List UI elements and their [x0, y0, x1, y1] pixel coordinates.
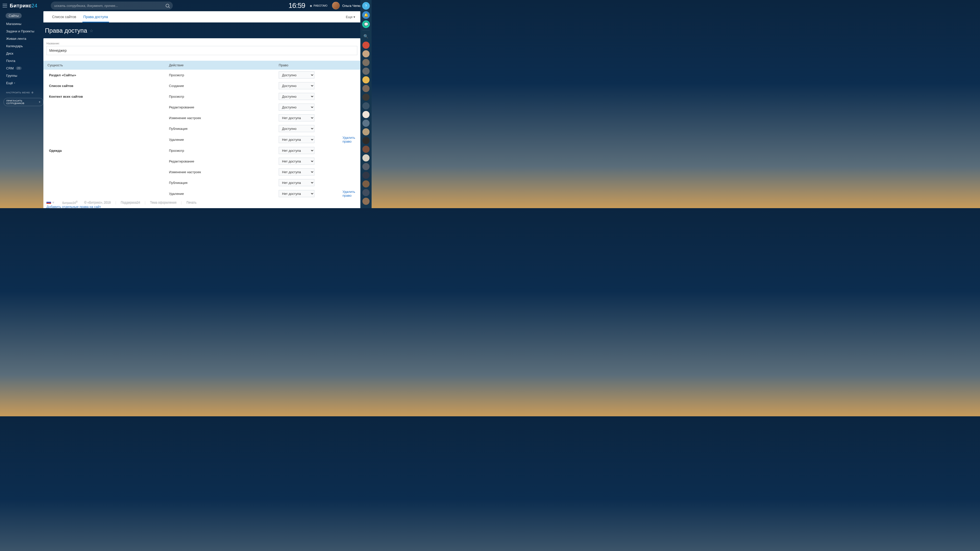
rail-contact[interactable] — [363, 50, 369, 57]
right-rail: ? 🔔 💬 🔍 — [360, 0, 372, 208]
footer-print[interactable]: Печать — [186, 200, 196, 204]
page-title: Права доступа — [45, 27, 87, 34]
sidebar-item[interactable]: Сайты — [0, 11, 43, 20]
sidebar-more[interactable]: Ещё ▾ — [0, 79, 43, 87]
entity-cell — [43, 167, 165, 177]
search-icon[interactable] — [165, 4, 169, 7]
left-sidebar: СайтыМагазиныЗадачи и ПроектыЖивая лента… — [0, 11, 43, 208]
right-cell: Нет доступа — [275, 145, 339, 156]
sidebar-item[interactable]: CRM20 — [0, 65, 43, 72]
chevron-down-icon: ▾ — [14, 82, 15, 84]
add-rights-link[interactable]: Добавить отдельные права на сайт — [46, 205, 101, 208]
sidebar-configure[interactable]: НАСТРОИТЬ МЕНЮ ⚙ — [0, 87, 43, 97]
permission-select[interactable]: Доступно — [279, 71, 314, 79]
rail-contact[interactable] — [363, 68, 369, 75]
rail-contact[interactable] — [363, 85, 369, 92]
table-row: ПубликацияНет доступа — [43, 177, 360, 188]
table-row: РедактированиеНет доступа — [43, 156, 360, 167]
role-name-input[interactable] — [46, 46, 357, 55]
rail-contact[interactable] — [363, 111, 369, 118]
work-status[interactable]: РАБОТАЮ — [310, 4, 328, 7]
permission-select[interactable]: Доступно — [279, 103, 314, 111]
right-cell: Нет доступа — [275, 188, 339, 199]
rail-search-icon[interactable]: 🔍 — [362, 32, 370, 40]
permission-select[interactable]: Доступно — [279, 82, 314, 89]
delete-right-link[interactable]: Удалить право — [342, 190, 355, 197]
sidebar-item[interactable]: Живая лента — [0, 35, 43, 42]
rail-contact[interactable] — [363, 154, 369, 162]
tabs-more[interactable]: Еще ▾ — [346, 15, 355, 19]
invite-button[interactable]: ПРИГЛАСИТЬ СОТРУДНИКОВ + — [3, 98, 43, 106]
table-row: Изменение настроекНет доступа — [43, 167, 360, 177]
table-row: ОдеждаПросмотрНет доступа — [43, 145, 360, 156]
sidebar-item[interactable]: Диск — [0, 50, 43, 57]
language-picker[interactable]: ▾ — [45, 200, 56, 205]
tab[interactable]: Права доступа — [80, 11, 111, 22]
rail-contact[interactable] — [363, 102, 369, 110]
action-cell: Редактирование — [165, 102, 275, 113]
permission-select[interactable]: Нет доступа — [279, 179, 314, 186]
sidebar-more-label: Ещё — [6, 81, 13, 85]
rail-contact[interactable] — [363, 137, 369, 144]
footer-support[interactable]: Поддержка24 — [121, 200, 140, 204]
rail-contact[interactable] — [363, 76, 369, 83]
entity-cell — [43, 123, 165, 134]
permission-select[interactable]: Нет доступа — [279, 190, 314, 197]
action-cell: Просмотр — [165, 91, 275, 102]
rail-contact[interactable] — [363, 171, 369, 179]
right-cell: Нет доступа — [275, 167, 339, 177]
rail-contact[interactable] — [363, 198, 369, 205]
sidebar-item[interactable]: Почта — [0, 57, 43, 65]
action-cell: Просмотр — [165, 145, 275, 156]
footer-brand[interactable]: Битрикс24© — [60, 200, 80, 205]
app-logo[interactable]: Битрикс24 — [10, 3, 38, 9]
search-input[interactable] — [54, 4, 165, 8]
rail-contact[interactable] — [363, 41, 369, 49]
gear-icon: ⚙ — [32, 91, 34, 94]
entity-cell — [43, 177, 165, 188]
sidebar-item[interactable]: Задачи и Проекты — [0, 27, 43, 35]
rail-contact[interactable] — [363, 146, 369, 153]
bell-icon[interactable]: 🔔 — [362, 11, 370, 19]
rail-contact[interactable] — [363, 128, 369, 135]
chat-icon[interactable]: 💬 — [362, 21, 370, 28]
permission-select[interactable]: Доступно — [279, 93, 314, 100]
footer-copyright: © «Битрикс», 2019 — [84, 200, 111, 204]
permission-select[interactable]: Доступно — [279, 125, 314, 132]
tab[interactable]: Список сайтов — [48, 11, 80, 22]
action-cell: Редактирование — [165, 156, 275, 167]
permission-select[interactable]: Нет доступа — [279, 114, 314, 121]
sidebar-item-label: Сайты — [6, 13, 22, 18]
permission-select[interactable]: Нет доступа — [279, 168, 314, 176]
sidebar-item[interactable]: Календарь — [0, 42, 43, 50]
action-cell: Публикация — [165, 177, 275, 188]
sidebar-item[interactable]: Группы — [0, 72, 43, 79]
action-cell: Изменение настроек — [165, 167, 275, 177]
favorite-star-icon[interactable]: ☆ — [89, 28, 93, 33]
table-row: Изменение настроекНет доступа — [43, 113, 360, 123]
sidebar-item[interactable]: Магазины — [0, 20, 43, 27]
invite-label: ПРИГЛАСИТЬ СОТРУДНИКОВ — [6, 100, 37, 105]
right-cell: Доступно — [275, 123, 339, 134]
right-cell: Доступно — [275, 91, 339, 102]
rail-contact[interactable] — [363, 180, 369, 187]
rail-contact[interactable] — [363, 59, 369, 66]
permission-select[interactable]: Нет доступа — [279, 158, 314, 165]
menu-toggle-icon[interactable] — [3, 4, 7, 7]
delete-right-link[interactable]: Удалить право — [342, 136, 355, 143]
rail-contact[interactable] — [363, 94, 369, 101]
footer-theme[interactable]: Тема оформления — [150, 200, 177, 204]
rail-separator — [363, 30, 369, 30]
help-icon[interactable]: ? — [362, 2, 370, 10]
page-title-row: Права доступа ☆ — [43, 22, 360, 38]
rail-contact[interactable] — [363, 120, 369, 127]
permission-select[interactable]: Нет доступа — [279, 147, 314, 154]
entity-cell — [43, 156, 165, 167]
action-cell: Публикация — [165, 123, 275, 134]
global-search[interactable] — [51, 2, 173, 10]
rail-contact[interactable] — [363, 189, 369, 196]
permission-select[interactable]: Нет доступа — [279, 136, 314, 143]
sidebar-item-label: Магазины — [6, 22, 21, 26]
rail-contact[interactable] — [363, 163, 369, 170]
name-label: Название: — [43, 42, 360, 46]
